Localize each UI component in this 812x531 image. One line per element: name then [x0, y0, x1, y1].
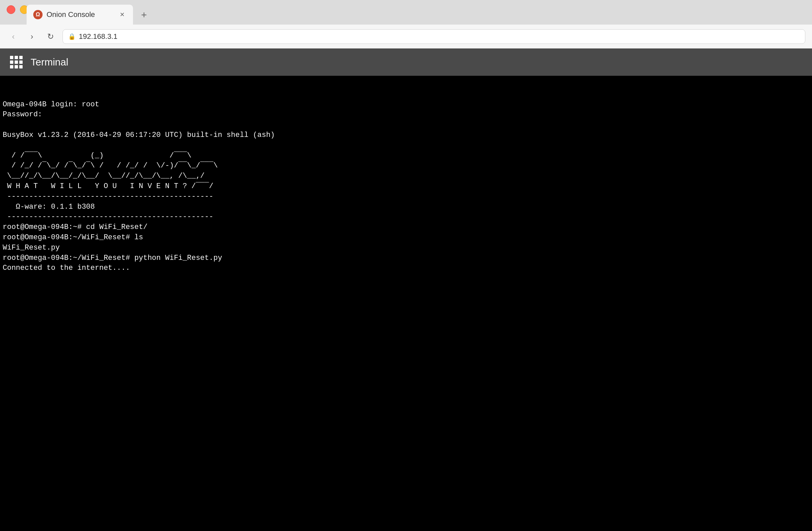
grid-menu-icon[interactable] [10, 56, 23, 69]
grid-dot [15, 60, 18, 64]
grid-dot [19, 60, 23, 64]
address-input-container[interactable]: 🔒 192.168.3.1 [62, 29, 806, 44]
tab-favicon: Ω [33, 10, 43, 19]
grid-dot [10, 60, 13, 64]
forward-button[interactable]: › [25, 30, 39, 43]
grid-dot [10, 56, 13, 59]
back-button[interactable]: ‹ [6, 30, 20, 43]
grid-dot [15, 56, 18, 59]
new-tab-button[interactable]: + [136, 6, 152, 23]
reload-button[interactable]: ↻ [44, 30, 57, 43]
terminal-area[interactable]: Omega-094B login: root Password: BusyBox… [0, 76, 812, 531]
grid-dot [10, 65, 13, 69]
tab-close-button[interactable]: ✕ [118, 10, 126, 19]
address-text: 192.168.3.1 [79, 32, 117, 41]
app-header: Terminal [0, 48, 812, 76]
grid-dot [15, 65, 18, 69]
close-button[interactable] [6, 5, 15, 14]
terminal-content: Omega-094B login: root Password: BusyBox… [3, 100, 809, 274]
lock-icon: 🔒 [68, 33, 75, 40]
grid-dot [19, 65, 23, 69]
address-bar: ‹ › ↻ 🔒 192.168.3.1 [0, 25, 812, 48]
tab-title: Onion Console [46, 10, 114, 19]
grid-dot [19, 56, 23, 59]
tab-bar: Ω Onion Console ✕ + [0, 0, 812, 25]
active-tab[interactable]: Ω Onion Console ✕ [27, 5, 133, 25]
browser-window: Ω Onion Console ✕ + ‹ › ↻ 🔒 192.168.3.1 [0, 0, 812, 531]
app-title: Terminal [31, 57, 68, 68]
